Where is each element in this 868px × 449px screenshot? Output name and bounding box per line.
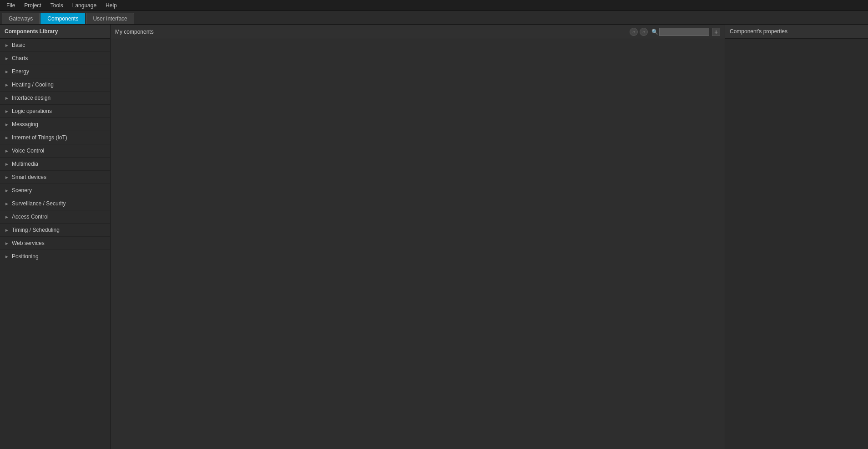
chevron-right-icon: ► [5, 122, 9, 127]
chevron-right-icon: ► [5, 109, 9, 114]
sidebar-item-heating-cooling[interactable]: ► Heating / Cooling [0, 78, 110, 92]
sidebar-item-timing-scheduling[interactable]: ► Timing / Scheduling [0, 224, 110, 237]
menu-tools[interactable]: Tools [46, 1, 68, 10]
content-area: My components ○ ○ 🔍 + [111, 25, 725, 449]
sidebar-item-positioning[interactable]: ► Positioning [0, 250, 110, 263]
chevron-right-icon: ► [5, 254, 9, 259]
sidebar-item-basic[interactable]: ► Basic [0, 39, 110, 52]
sidebar-item-interface-design[interactable]: ► Interface design [0, 92, 110, 105]
menu-help[interactable]: Help [101, 1, 121, 10]
sidebar-title: Components Library [0, 25, 110, 39]
sidebar-item-label: Smart devices [12, 174, 46, 180]
chevron-right-icon: ► [5, 56, 9, 61]
chevron-right-icon: ► [5, 162, 9, 167]
sidebar-item-label: Positioning [12, 253, 39, 260]
menu-file[interactable]: File [2, 1, 20, 10]
tab-gateways[interactable]: Gateways [2, 13, 40, 24]
search-icon: 🔍 [651, 29, 658, 35]
chevron-right-icon: ► [5, 175, 9, 180]
sidebar-item-label: Messaging [12, 121, 38, 128]
sidebar-item-label: Interface design [12, 95, 50, 101]
sidebar-item-label: Logic operations [12, 108, 52, 114]
chevron-right-icon: ► [5, 241, 9, 246]
sidebar-item-label: Basic [12, 42, 25, 48]
sidebar-item-iot[interactable]: ► Internet of Things (IoT) [0, 131, 110, 144]
chevron-right-icon: ► [5, 82, 9, 87]
content-title: My components [115, 29, 630, 35]
search-input[interactable] [659, 28, 709, 36]
sidebar-item-energy[interactable]: ► Energy [0, 65, 110, 78]
settings-button[interactable]: ○ [640, 28, 648, 36]
sidebar-item-label: Web services [12, 240, 45, 246]
menu-project[interactable]: Project [20, 1, 45, 10]
sidebar-item-label: Access Control [12, 214, 49, 220]
chevron-right-icon: ► [5, 188, 9, 193]
chevron-right-icon: ► [5, 96, 9, 101]
refresh-button[interactable]: ○ [630, 28, 638, 36]
sidebar: Components Library ► Basic ► Charts ► En… [0, 25, 111, 449]
content-body [111, 39, 725, 449]
add-button[interactable]: + [712, 28, 720, 36]
tab-user-interface[interactable]: User Interface [86, 13, 134, 24]
chevron-right-icon: ► [5, 201, 9, 206]
menu-language[interactable]: Language [68, 1, 101, 10]
content-header: My components ○ ○ 🔍 + [111, 25, 725, 39]
sidebar-item-label: Internet of Things (IoT) [12, 134, 67, 141]
sidebar-item-logic-operations[interactable]: ► Logic operations [0, 105, 110, 118]
sidebar-item-web-services[interactable]: ► Web services [0, 237, 110, 250]
search-container: 🔍 [651, 28, 709, 36]
sidebar-item-label: Multimedia [12, 161, 38, 167]
sidebar-item-label: Voice Control [12, 148, 44, 154]
chevron-right-icon: ► [5, 214, 9, 219]
properties-panel: Component's properties [725, 25, 868, 449]
chevron-right-icon: ► [5, 69, 9, 74]
tab-components[interactable]: Components [40, 13, 85, 24]
sidebar-item-label: Charts [12, 55, 28, 61]
sidebar-item-label: Energy [12, 68, 29, 75]
sidebar-item-access-control[interactable]: ► Access Control [0, 210, 110, 224]
chevron-right-icon: ► [5, 135, 9, 140]
sidebar-item-label: Timing / Scheduling [12, 227, 60, 233]
chevron-right-icon: ► [5, 228, 9, 233]
sidebar-item-label: Surveillance / Security [12, 200, 66, 207]
sidebar-item-charts[interactable]: ► Charts [0, 52, 110, 65]
sidebar-item-messaging[interactable]: ► Messaging [0, 118, 110, 131]
chevron-right-icon: ► [5, 148, 9, 153]
main-layout: Components Library ► Basic ► Charts ► En… [0, 25, 868, 449]
properties-title: Component's properties [725, 25, 868, 39]
sidebar-item-scenery[interactable]: ► Scenery [0, 184, 110, 197]
sidebar-item-surveillance-security[interactable]: ► Surveillance / Security [0, 197, 110, 210]
sidebar-item-voice-control[interactable]: ► Voice Control [0, 144, 110, 158]
sidebar-item-label: Heating / Cooling [12, 82, 54, 88]
sidebar-item-smart-devices[interactable]: ► Smart devices [0, 171, 110, 184]
menu-bar: File Project Tools Language Help [0, 0, 868, 11]
sidebar-item-label: Scenery [12, 187, 32, 194]
header-controls: ○ ○ 🔍 + [630, 28, 720, 36]
chevron-right-icon: ► [5, 43, 9, 48]
tab-bar: Gateways Components User Interface [0, 11, 868, 25]
sidebar-item-multimedia[interactable]: ► Multimedia [0, 158, 110, 171]
